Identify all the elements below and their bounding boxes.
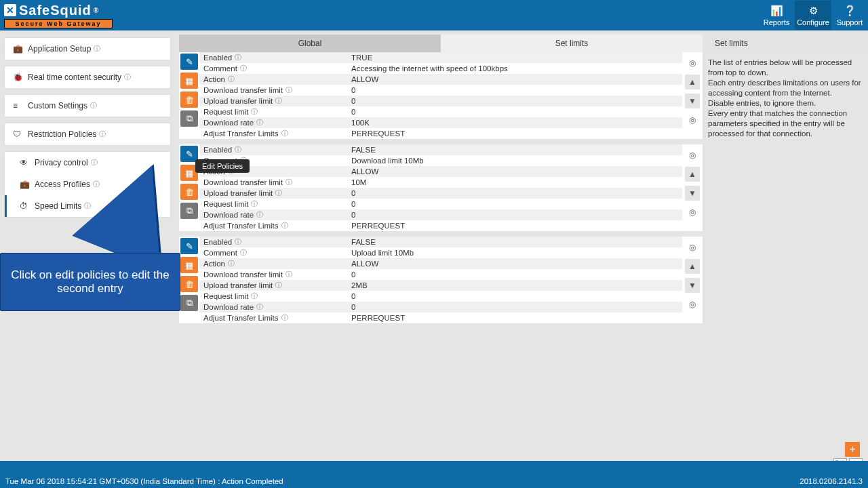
delete-icon: 🗑	[185, 95, 194, 105]
entry: ✎▦🗑⧉Enabled ⓘTRUEComment ⓘAccessing the …	[179, 52, 703, 139]
row-value: 0	[347, 85, 682, 96]
info-icon: ⓘ	[281, 128, 288, 139]
add-icon: ▦	[185, 168, 193, 178]
row-value: FALSE	[347, 144, 682, 155]
row-label: Upload transfer limit ⓘ	[199, 96, 347, 106]
tab-set-limits[interactable]: Set limits	[441, 35, 703, 52]
info-icon: ⓘ	[275, 96, 282, 106]
footer-version: 2018.0206.2141.3	[800, 477, 863, 485]
down-button[interactable]: ▼	[685, 94, 700, 108]
sidebar-item-label: Privacy control	[35, 158, 88, 167]
logo-text: SafeSquid	[19, 3, 92, 18]
edit-icon: ✎	[186, 57, 193, 67]
app-header: ✕ SafeSquid ® Secure Web Gateway 📊 Repor…	[0, 0, 868, 30]
row-value: FALSE	[347, 237, 682, 247]
right-panel: Set limits The list of entries below wil…	[708, 35, 864, 458]
entry-row: Comment ⓘUpload limit 10Mb	[199, 247, 682, 258]
entry-row: Comment ⓘDownload limit 10Mb	[199, 155, 682, 166]
sidebar-item-application-setup[interactable]: 💼Application Setupⓘ	[5, 38, 170, 60]
nav-support[interactable]: ❔ Support	[831, 1, 868, 30]
info-icon: ⓘ	[256, 117, 263, 128]
target-button[interactable]: ◎	[685, 205, 700, 220]
row-label: Download rate ⓘ	[199, 117, 347, 128]
entry: ✎▦🗑⧉Enabled ⓘFALSEComment ⓘUpload limit …	[179, 237, 703, 323]
copy-button[interactable]: ⧉	[180, 295, 198, 311]
callout-box: Click on edit policies to edit the secon…	[0, 253, 180, 311]
info-icon: ⓘ	[124, 73, 131, 82]
row-value: PERREQUEST	[347, 128, 682, 139]
info-icon: ⓘ	[256, 302, 263, 312]
target-button[interactable]: ◎	[685, 113, 700, 127]
footer: Tue Mar 06 2018 15:54:21 GMT+0530 (India…	[0, 461, 868, 488]
up-button[interactable]: ▲	[685, 75, 700, 89]
sliders-icon: ≡	[13, 101, 24, 110]
target-icon: ◎	[689, 58, 696, 68]
del-button[interactable]: 🗑	[180, 276, 198, 292]
row-value: Accessing the internet with speed of 100…	[347, 63, 682, 74]
add-button[interactable]: ▦	[180, 257, 198, 273]
gauge-icon: ⏱	[20, 201, 31, 211]
sidebar-item-restriction-policies[interactable]: 🛡Restriction Policiesⓘ	[5, 123, 170, 145]
help-icon: ❔	[831, 5, 868, 17]
target-icon: ◎	[689, 300, 696, 309]
row-label: Enabled ⓘ	[199, 52, 347, 63]
nav-reports[interactable]: 📊 Reports	[758, 1, 795, 30]
delete-icon: 🗑	[185, 279, 194, 289]
entry: ✎▦🗑⧉Enabled ⓘFALSEComment ⓘDownload limi…	[179, 144, 703, 231]
target-icon: ◎	[689, 150, 696, 160]
up-button[interactable]: ▲	[685, 259, 700, 274]
row-value: 0	[347, 291, 682, 302]
shield-icon: 🛡	[13, 129, 24, 139]
edit-button[interactable]: ✎	[180, 238, 198, 254]
row-value: 100K	[347, 117, 682, 128]
tab-global[interactable]: Global	[179, 35, 441, 52]
sidebar-item-label: Speed Limits	[35, 201, 81, 211]
add-entry-button[interactable]: +	[845, 442, 860, 457]
right-panel-title: Set limits	[708, 35, 864, 52]
entry-row: Enabled ⓘFALSE	[199, 144, 682, 155]
copy-icon: ⧉	[186, 113, 193, 124]
down-icon: ▼	[688, 281, 696, 290]
target-button[interactable]: ◎	[685, 148, 700, 163]
info-icon: ⓘ	[281, 220, 288, 231]
row-value: 0	[347, 209, 682, 220]
target-button[interactable]: ◎	[685, 240, 700, 255]
info-icon: ⓘ	[228, 258, 235, 269]
sidebar-item-label: Real time content security	[28, 73, 121, 82]
add-button[interactable]: ▦	[180, 73, 198, 89]
edit-button[interactable]: ✎	[180, 54, 198, 70]
row-value: PERREQUEST	[347, 312, 682, 323]
logo-icon: ✕	[4, 4, 16, 16]
entry-row: Action ⓘALLOW	[199, 166, 682, 177]
sidebar-item-label: Access Profiles	[35, 180, 90, 189]
info-icon: ⓘ	[285, 85, 292, 96]
row-value: 10M	[347, 177, 682, 188]
sidebar-item-real-time-content-security[interactable]: 🐞Real time content securityⓘ	[5, 66, 170, 88]
row-label: Enabled ⓘ	[199, 237, 347, 247]
down-button[interactable]: ▼	[685, 278, 700, 293]
target-button[interactable]: ◎	[685, 56, 700, 70]
nav-reports-label: Reports	[764, 18, 790, 26]
row-value: Download limit 10Mb	[347, 155, 682, 166]
briefcase-icon: 💼	[20, 180, 31, 189]
copy-button[interactable]: ⧉	[180, 110, 198, 127]
row-label: Download rate ⓘ	[199, 209, 347, 220]
sidebar-item-label: Restriction Policies	[28, 129, 96, 139]
row-value: 0	[347, 96, 682, 106]
nav-configure[interactable]: ⚙ Configure	[795, 1, 831, 30]
row-value: 0	[347, 302, 682, 312]
del-button[interactable]: 🗑	[180, 92, 198, 108]
entry-row: Enabled ⓘTRUE	[199, 52, 682, 63]
row-label: Comment ⓘ	[199, 63, 347, 74]
row-label: Action ⓘ	[199, 258, 347, 269]
target-button[interactable]: ◎	[685, 297, 700, 312]
logo-subtitle: Secure Web Gateway	[4, 19, 113, 28]
down-button[interactable]: ▼	[685, 186, 700, 201]
sidebar-item-custom-settings[interactable]: ≡Custom Settingsⓘ	[5, 95, 170, 117]
info-icon: ⓘ	[228, 74, 235, 85]
up-button[interactable]: ▲	[685, 167, 700, 182]
info-icon: ⓘ	[90, 101, 97, 110]
entry-row: Action ⓘALLOW	[199, 74, 682, 85]
briefcase-icon: 💼	[13, 44, 24, 54]
info-icon: ⓘ	[275, 280, 282, 291]
